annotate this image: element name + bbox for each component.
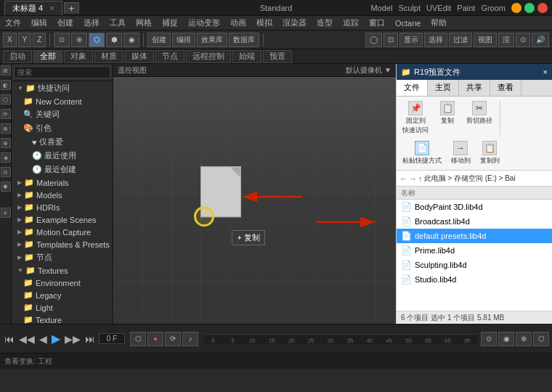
sound-btn[interactable]: 🔊 [532,33,549,47]
menu-create[interactable]: 创建 [55,17,76,29]
library-btn[interactable]: 效果库 [197,33,227,47]
play-end-btn[interactable]: ⏭ [84,333,97,345]
sidebar-item-color[interactable]: 🎨 引色 [12,121,113,135]
render-quick-btn[interactable]: 渲 [498,33,514,47]
left-icon-2[interactable]: ◐ [1,80,11,90]
mode-tab-uvedit[interactable]: UVEdit [426,4,451,12]
minimize-btn[interactable] [511,3,521,13]
fb-ribbon-moveto[interactable]: → 移动到 [447,139,474,167]
mode-btn-1[interactable]: ⊙ [54,33,70,47]
fb-ribbon-paste[interactable]: 📄 粘贴快捷方式 [399,139,445,167]
sidebar-item-environment[interactable]: 📁 Environment [12,277,113,289]
play-prev-btn[interactable]: ◀◀ [17,333,36,345]
render-circle-btn[interactable]: ⊙ [516,33,530,47]
sidebar-item-examplescenes[interactable]: ▶ 📁 Example Scenes [12,213,113,226]
sidebar-item-recent[interactable]: 🕐 最近使用 [12,149,113,163]
mode-tab-groom[interactable]: Groom [481,4,506,12]
play-fwd-btn[interactable]: ▶▶ [63,333,82,345]
menu-render[interactable]: 渲染器 [280,17,309,29]
fb-file-3[interactable]: 📄 Prime.lib4d [397,243,552,258]
modetab-object[interactable]: 对象 [64,50,93,63]
fb-ribbon-copy[interactable]: 📋 复制 [434,99,460,136]
mode-btn-3[interactable]: ⬡ [89,33,105,47]
tab-new[interactable]: + [64,2,80,14]
sidebar-item-recentcreated[interactable]: 🕐 最近创建 [12,163,113,176]
fb-forward-btn[interactable]: → [409,174,417,183]
axis-z-btn[interactable]: Z [33,33,46,47]
mode-tab-sculpt[interactable]: Sculpt [398,4,421,12]
viewport-canvas[interactable]: + 复制 [113,77,396,324]
menu-select[interactable]: 选择 [81,17,102,29]
menu-tools[interactable]: 工具 [107,17,128,29]
sidebar-item-quickaccess[interactable]: ▼ 📁 快捷访问 [12,81,113,95]
menu-simulate[interactable]: 模拟 [254,17,275,29]
modetab-preset[interactable]: 预置 [263,50,292,63]
axis-x-btn[interactable]: X [3,33,17,47]
playback-mode-btn[interactable]: ⬡ [130,332,146,346]
speed-btn-2[interactable]: ◉ [498,332,514,346]
search-input[interactable] [14,66,110,78]
fb-file-5[interactable]: 📄 Studio.lib4d [397,272,552,287]
modetab-remote[interactable]: 远程控制 [186,50,231,63]
left-icon-7[interactable]: ◈ [1,152,11,163]
mode-tab-paint[interactable]: Paint [457,4,475,12]
left-icon-6[interactable]: ⊕ [1,138,11,148]
mode-btn-2[interactable]: ⊕ [71,33,87,47]
play-btn[interactable]: ▶ [50,332,62,346]
fb-ribbon-pin[interactable]: 📌 固定到快速访问 [399,99,431,136]
sidebar-item-keyword[interactable]: 🔍 关键词 [12,107,113,121]
display-btn[interactable]: 显示 [399,33,423,47]
fb-tab-share[interactable]: 共享 [459,80,490,96]
sidebar-item-light[interactable]: 📁 Light [12,301,113,314]
left-icon-4[interactable]: ⟳ [1,109,11,119]
menu-mesh[interactable]: 网格 [134,17,154,29]
maximize-btn[interactable] [524,3,535,13]
sidebar-item-textures[interactable]: ▼ 📁 Textures [12,264,113,277]
menu-octane[interactable]: Octane [393,18,423,28]
sidebar-item-hdris[interactable]: ▶ 📁 HDRIs [12,201,113,213]
speed-btn-1[interactable]: ⊙ [481,332,497,346]
menu-sculpt[interactable]: 造型 [314,17,335,29]
menu-snap[interactable]: 捕捉 [160,17,180,29]
fb-ribbon-cut[interactable]: ✂ 剪切路径 [463,99,495,136]
sidebar-item-materials[interactable]: ▶ 📁 Materials [12,176,113,189]
left-icon-3[interactable]: ⬡ [1,94,11,105]
modetab-begin[interactable]: 始端 [232,50,261,63]
play-back-btn[interactable]: ◀ [38,333,49,345]
fb-file-2[interactable]: 📄 default presets.lib4d [397,229,552,243]
left-icon-9[interactable]: ✱ [1,181,11,192]
camera-btn-1[interactable]: ◯ [365,33,382,47]
filter-btn[interactable]: 过滤 [449,33,472,47]
left-icon-8[interactable]: ⊙ [1,167,11,177]
play-begin-btn[interactable]: ⏮ [3,333,16,345]
fb-up-btn[interactable]: ↑ [418,174,423,183]
fb-back-btn[interactable]: ← [399,174,407,183]
tab-active[interactable]: 未标题 4 × [4,1,62,15]
sidebar-item-legacy[interactable]: 📁 Legacy [12,289,113,301]
mode-btn-5[interactable]: ◉ [123,33,139,47]
menu-edit[interactable]: 编辑 [29,17,49,29]
select-btn[interactable]: 选择 [424,33,447,47]
modetab-node[interactable]: 节点 [155,50,184,63]
fb-file-4[interactable]: 📄 Sculpting.lib4d [397,258,552,272]
sidebar-item-favorites[interactable]: ♥ 仅喜爱 [12,135,113,149]
fb-ribbon-copyto[interactable]: 📋 复制到 [476,139,503,167]
view-btn[interactable]: 视图 [474,33,497,47]
loop-btn[interactable]: ⟳ [165,332,181,346]
fb-tab-file[interactable]: 文件 [397,80,428,96]
compile-btn[interactable]: 编排 [172,33,195,47]
menu-motion[interactable]: 运动变形 [186,17,222,29]
sidebar-item-nodes[interactable]: ▶ 📁 节点 [12,250,113,264]
record-btn[interactable]: ● [147,332,163,346]
axis-y-btn[interactable]: Y [18,33,32,47]
sound-toggle-btn[interactable]: ♪ [182,332,198,346]
mode-btn-4[interactable]: ⬢ [106,33,122,47]
fb-file-1[interactable]: 📄 Broadcast.lib4d [397,214,552,229]
create-btn[interactable]: 创建 [147,33,171,47]
fb-file-0[interactable]: 📄 BodyPaint 3D.lib4d [397,200,552,214]
fb-close-btn[interactable]: × [543,68,548,76]
modetab-material[interactable]: 材质 [94,50,123,63]
camera-btn-2[interactable]: ⊡ [383,33,398,47]
menu-animate[interactable]: 动画 [228,17,248,29]
sidebar-item-models[interactable]: ▶ 📁 Models [12,189,113,201]
